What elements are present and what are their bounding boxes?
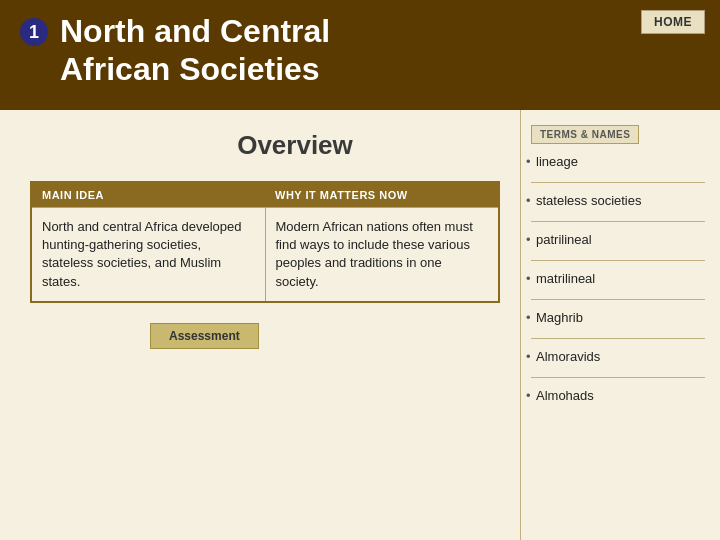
home-button[interactable]: HOME: [641, 10, 705, 34]
term-matrilineal: matrilineal: [531, 271, 705, 286]
separator: [531, 260, 705, 261]
table-row: North and central Africa developed hunti…: [32, 207, 498, 301]
terms-names-label: TERMS & NAMES: [531, 125, 639, 144]
separator: [531, 182, 705, 183]
table-header-main-idea: MAIN IDEA: [32, 183, 265, 207]
main-content: Overview MAIN IDEA WHY IT MATTERS NOW No…: [0, 110, 720, 540]
term-lineage: lineage: [531, 154, 705, 169]
separator: [531, 338, 705, 339]
term-maghrib: Maghrib: [531, 310, 705, 325]
separator: [531, 377, 705, 378]
term-almoravids: Almoravids: [531, 349, 705, 364]
separator: [531, 221, 705, 222]
top-banner: 1 North and Central African Societies HO…: [0, 0, 720, 110]
overview-title: Overview: [30, 130, 500, 161]
term-patrilineal: patrilineal: [531, 232, 705, 247]
right-sidebar: TERMS & NAMES lineage stateless societie…: [520, 110, 720, 540]
info-table: MAIN IDEA WHY IT MATTERS NOW North and c…: [30, 181, 500, 303]
term-stateless-societies: stateless societies: [531, 193, 705, 208]
table-header-row: MAIN IDEA WHY IT MATTERS NOW: [32, 183, 498, 207]
table-cell-main-idea: North and central Africa developed hunti…: [32, 208, 266, 301]
page-title: North and Central African Societies: [60, 12, 330, 89]
table-header-why-matters: WHY IT MATTERS NOW: [265, 183, 498, 207]
table-cell-why-matters: Modern African nations often must find w…: [266, 208, 499, 301]
section-number: 1: [20, 18, 48, 46]
left-area: Overview MAIN IDEA WHY IT MATTERS NOW No…: [0, 110, 520, 540]
separator: [531, 299, 705, 300]
term-almohads: Almohads: [531, 388, 705, 403]
assessment-button[interactable]: Assessment: [150, 323, 259, 349]
